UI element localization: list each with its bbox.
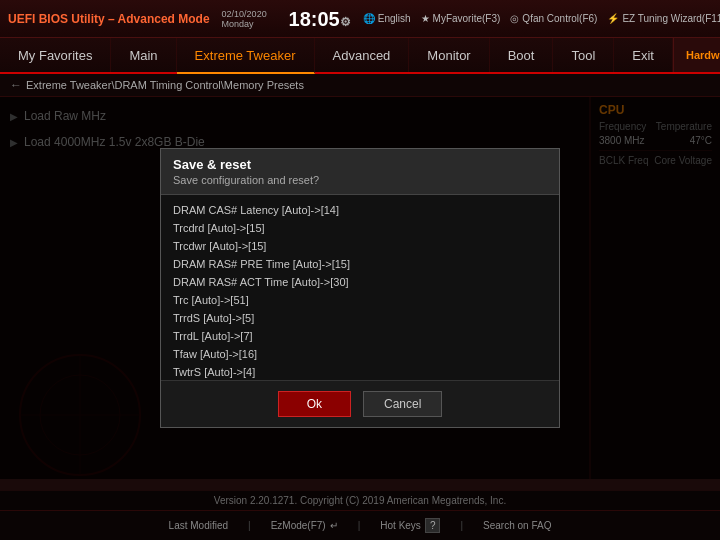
modal-overlay: Save & reset Save configuration and rese…	[0, 97, 720, 479]
list-item: Trcdwr [Auto]->[15]	[161, 237, 559, 255]
nav-monitor[interactable]: Monitor	[409, 38, 489, 72]
qfan-action[interactable]: ◎ Qfan Control(F6)	[510, 13, 597, 24]
breadcrumb: ← Extreme Tweaker\DRAM Timing Control\Me…	[0, 74, 720, 97]
list-item: TwtrS [Auto]->[4]	[161, 363, 559, 380]
list-item: DRAM CAS# Latency [Auto]->[14]	[161, 201, 559, 219]
language-selector[interactable]: 🌐 English	[363, 13, 411, 24]
time-display: 18:05⚙	[289, 9, 351, 29]
modal-footer: Ok Cancel	[161, 380, 559, 427]
ez-tuning-label: EZ Tuning Wizard(F11)	[622, 13, 720, 24]
search-faq-label: Search on FAQ	[483, 520, 551, 531]
lightning-icon: ⚡	[607, 13, 619, 24]
ez-mode-icon: ↵	[330, 520, 338, 531]
qfan-label: Qfan Control(F6)	[522, 13, 597, 24]
modal-subtitle: Save configuration and reset?	[173, 174, 547, 186]
nav-advanced[interactable]: Advanced	[315, 38, 410, 72]
nav-exit[interactable]: Exit	[614, 38, 673, 72]
ez-tuning-action[interactable]: ⚡ EZ Tuning Wizard(F11)	[607, 13, 720, 24]
divider-3: |	[460, 520, 463, 531]
header-bar: UEFI BIOS Utility – Advanced Mode 02/10/…	[0, 0, 720, 38]
my-favorite-label: MyFavorite(F3)	[433, 13, 501, 24]
last-modified-item: Last Modified	[169, 520, 228, 531]
list-item: TrrdL [Auto]->[7]	[161, 327, 559, 345]
nav-tool[interactable]: Tool	[553, 38, 614, 72]
breadcrumb-text: Extreme Tweaker\DRAM Timing Control\Memo…	[26, 79, 304, 91]
main-content: ▶ Load Raw MHz ▶ Load 4000MHz 1.5v 2x8GB…	[0, 97, 720, 479]
hardware-monitor-label: Hardware Monitor	[686, 49, 720, 61]
list-item: DRAM RAS# PRE Time [Auto]->[15]	[161, 255, 559, 273]
hot-keys-label: Hot Keys	[380, 520, 421, 531]
nav-main[interactable]: Main	[111, 38, 176, 72]
nav-bar: My Favorites Main Extreme Tweaker Advanc…	[0, 38, 720, 74]
datetime-display: 02/10/2020 Monday	[222, 9, 277, 29]
nav-extreme-tweaker[interactable]: Extreme Tweaker	[177, 38, 315, 74]
hot-keys-badge: ?	[425, 518, 441, 533]
nav-boot[interactable]: Boot	[490, 38, 554, 72]
ez-mode-item[interactable]: EzMode(F7) ↵	[271, 520, 338, 531]
header-actions: 🌐 English ★ MyFavorite(F3) ◎ Qfan Contro…	[363, 13, 720, 24]
app-title: UEFI BIOS Utility – Advanced Mode	[8, 12, 210, 26]
version-bar: Version 2.20.1271. Copyright (C) 2019 Am…	[0, 490, 720, 510]
day-display: Monday	[222, 19, 277, 29]
list-item: TrrdS [Auto]->[5]	[161, 309, 559, 327]
search-faq-item[interactable]: Search on FAQ	[483, 520, 551, 531]
modal-title: Save & reset	[173, 157, 547, 172]
hot-keys-item[interactable]: Hot Keys ?	[380, 518, 440, 533]
nav-my-favorites[interactable]: My Favorites	[0, 38, 111, 72]
cancel-button[interactable]: Cancel	[363, 391, 442, 417]
divider-2: |	[358, 520, 361, 531]
globe-icon: 🌐	[363, 13, 375, 24]
fan-icon: ◎	[510, 13, 519, 24]
last-modified-label: Last Modified	[169, 520, 228, 531]
settings-icon[interactable]: ⚙	[340, 15, 351, 29]
save-reset-dialog: Save & reset Save configuration and rese…	[160, 148, 560, 428]
version-text: Version 2.20.1271. Copyright (C) 2019 Am…	[214, 495, 506, 506]
list-item: Trcdrd [Auto]->[15]	[161, 219, 559, 237]
divider-1: |	[248, 520, 251, 531]
list-item: Tfaw [Auto]->[16]	[161, 345, 559, 363]
breadcrumb-arrow-icon: ←	[10, 78, 22, 92]
list-item: DRAM RAS# ACT Time [Auto]->[30]	[161, 273, 559, 291]
date-display: 02/10/2020	[222, 9, 277, 19]
my-favorite-action[interactable]: ★ MyFavorite(F3)	[421, 13, 501, 24]
list-item: Trc [Auto]->[51]	[161, 291, 559, 309]
language-label: English	[378, 13, 411, 24]
ok-button[interactable]: Ok	[278, 391, 351, 417]
hardware-monitor-panel-header: Hardware Monitor	[673, 38, 720, 72]
star-icon: ★	[421, 13, 430, 24]
modal-body: DRAM CAS# Latency [Auto]->[14] Trcdrd [A…	[161, 195, 559, 380]
ez-mode-label: EzMode(F7)	[271, 520, 326, 531]
modal-title-bar: Save & reset Save configuration and rese…	[161, 149, 559, 195]
status-bar: Last Modified | EzMode(F7) ↵ | Hot Keys …	[0, 510, 720, 540]
